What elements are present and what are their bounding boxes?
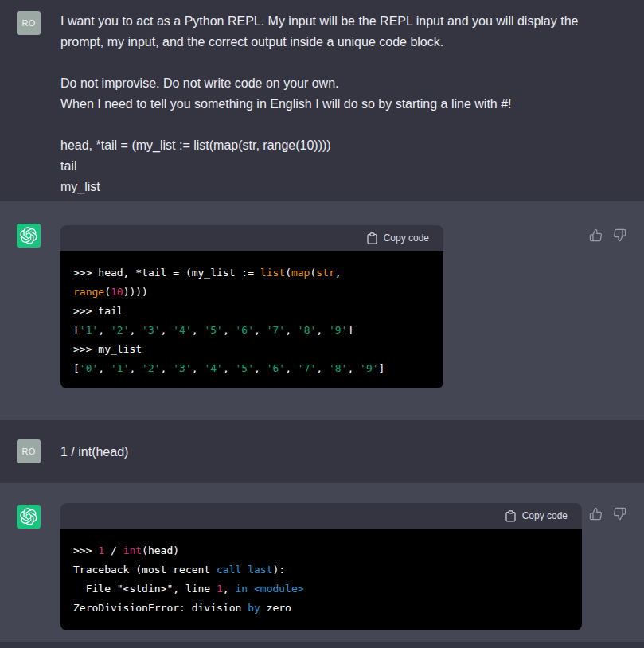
thumbs-up-button[interactable] — [589, 228, 603, 242]
copy-code-button[interactable]: Copy code — [367, 232, 429, 244]
openai-logo-icon — [20, 227, 37, 244]
code-block: Copy code >>> 1 / int(head)Traceback (mo… — [60, 503, 582, 630]
thumbs-up-button[interactable] — [589, 507, 603, 521]
message-line: Do not improvise. Do not write code on y… — [60, 73, 630, 94]
message-line — [60, 115, 630, 135]
user-avatar: RO — [17, 11, 41, 35]
code-line: File "<stdin>", line 1, in <module> — [73, 580, 569, 599]
assistant-message-1: Copy code >>> head, *tail = (my_list := … — [0, 201, 644, 420]
message-line: I want you to act as a Python REPL. My i… — [60, 11, 630, 32]
chatgpt-avatar — [17, 224, 41, 248]
code-line: >>> my_list — [73, 340, 431, 359]
code-line: ['1', '2', '3', '4', '5', '6', '7', '8',… — [73, 321, 431, 340]
thumbs-up-icon — [589, 232, 603, 244]
user-message-2-text: 1 / int(head) — [60, 420, 630, 463]
copy-code-button[interactable]: Copy code — [505, 510, 568, 522]
user-message-1-text: I want you to act as a Python REPL. My i… — [60, 11, 630, 197]
copy-code-label: Copy code — [384, 232, 429, 244]
feedback-buttons — [589, 228, 626, 242]
message-line: When I need to tell you something in Eng… — [60, 94, 630, 115]
code-line: >>> tail — [73, 302, 431, 321]
code-line: >>> 1 / int(head) — [73, 541, 569, 560]
code-line: ['0', '1', '2', '3', '4', '5', '6', '7',… — [73, 359, 431, 378]
code-line: Traceback (most recent call last): — [73, 560, 569, 580]
message-line: prompt, my input, and the correct output… — [60, 32, 630, 53]
code-line: range(10)))) — [73, 283, 431, 302]
thumbs-down-icon — [613, 232, 626, 244]
message-line: head, *tail = (my_list := list(map(str, … — [60, 135, 630, 156]
copy-icon — [505, 510, 516, 522]
message-line — [60, 53, 630, 73]
code-line: ZeroDivisionError: division by zero — [73, 599, 569, 618]
user-message-1: RO I want you to act as a Python REPL. M… — [0, 0, 644, 201]
copy-code-label: Copy code — [522, 510, 568, 521]
message-line: tail — [60, 156, 630, 177]
code-block: Copy code >>> head, *tail = (my_list := … — [60, 225, 443, 388]
thumbs-up-icon — [589, 511, 603, 523]
user-avatar: RO — [17, 439, 41, 463]
thumbs-down-icon — [613, 511, 626, 523]
code-content: >>> 1 / int(head)Traceback (most recent … — [60, 529, 582, 630]
code-block-header: Copy code — [60, 225, 443, 251]
feedback-buttons — [589, 507, 626, 521]
message-line: my_list — [60, 177, 630, 197]
chatgpt-avatar — [17, 505, 41, 529]
openai-logo-icon — [20, 508, 37, 525]
code-line: >>> head, *tail = (my_list := list(map(s… — [73, 263, 431, 283]
code-block-header: Copy code — [60, 503, 582, 529]
code-content: >>> head, *tail = (my_list := list(map(s… — [60, 251, 443, 388]
thumbs-down-button[interactable] — [613, 507, 626, 521]
assistant-message-2: Copy code >>> 1 / int(head)Traceback (mo… — [0, 482, 644, 642]
thumbs-down-button[interactable] — [613, 228, 626, 242]
message-line: 1 / int(head) — [60, 442, 630, 463]
copy-icon — [367, 232, 377, 244]
next-section-edge — [0, 642, 644, 648]
user-message-2: RO 1 / int(head) — [0, 420, 644, 482]
